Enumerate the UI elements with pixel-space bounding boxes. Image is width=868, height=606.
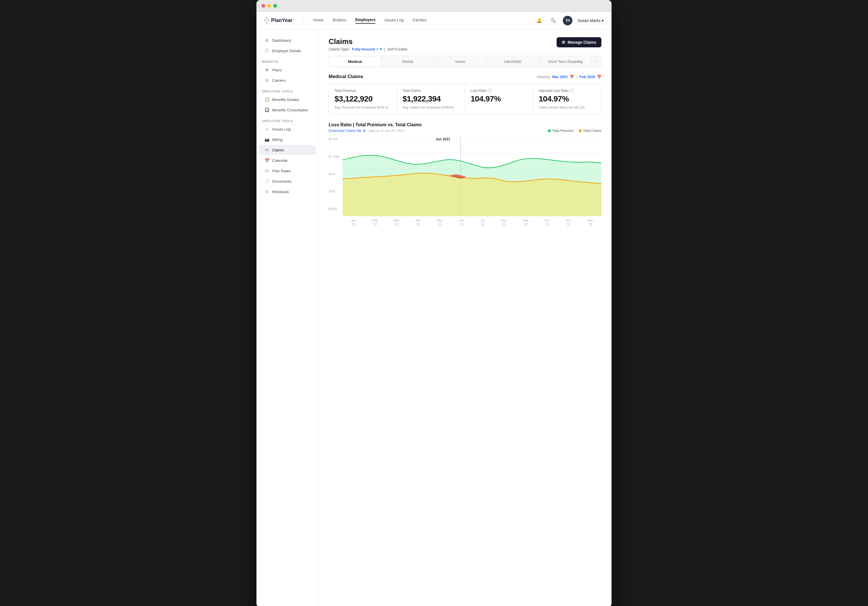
x-label-jan-line1: Jan — [351, 219, 356, 222]
nav-home[interactable]: Home — [313, 18, 324, 23]
stat-adjusted-loss-ratio-sub: Claims Above Stop-Loss $5,231 — [539, 106, 596, 109]
sidebar-item-carriers[interactable]: ⊟ Carriers — [259, 75, 316, 85]
stat-total-claims-label: Total Claims — [403, 89, 459, 93]
x-label-jul-line1: Jul — [480, 219, 484, 222]
stats-grid: Total Premium $3,122,920 Avg. Premium Pe… — [329, 84, 601, 115]
stat-label-text: Total Claims — [403, 89, 421, 93]
stat-total-claims-sub: Avg. Claims Per Employee $788.89 — [403, 106, 459, 109]
section-header-row: Medical Claims Viewing: Mar 2021 📅 – Feb… — [329, 74, 601, 79]
sidebar-item-dashboard[interactable]: ⊞ Dashboard — [259, 35, 316, 45]
chart-legend: Total Premium Total Claims — [548, 129, 601, 133]
x-label-nov: Nov '22 — [566, 219, 572, 226]
claims-type-selected[interactable]: Fully-Insured ✓ ▾ — [352, 47, 382, 51]
tab-dental[interactable]: Dental — [381, 57, 434, 67]
stat-label-text: Total Premium — [335, 89, 356, 93]
tab-short-term-disability[interactable]: Short Term Disability — [539, 57, 592, 67]
nav-issues-log[interactable]: Issues Log — [384, 18, 403, 23]
x-label-feb-line1: Feb — [372, 219, 378, 222]
claims-type-other: Self-Funded — [387, 47, 407, 51]
logo-text: PlanYear — [271, 17, 293, 23]
manage-claims-button[interactable]: ⚙ Manage Claims — [556, 37, 601, 47]
loss-ratio-info-icon[interactable]: ? — [488, 89, 492, 93]
sidebar-item-claims[interactable]: ✉ Claims — [259, 145, 316, 155]
x-label-oct: Oct '22 — [544, 219, 549, 226]
x-label-mar: Mar '22 — [394, 219, 399, 226]
sidebar-item-issues-log[interactable]: ⚠ Issues Log — [259, 124, 316, 134]
legend-total-premium: Total Premium — [548, 129, 574, 133]
tab-medical[interactable]: Medical — [329, 57, 381, 67]
checkmark-icon: ✓ — [376, 47, 379, 51]
file-icon: 📄 — [264, 179, 270, 184]
sidebar-item-plans[interactable]: ✚ Plans — [259, 65, 316, 75]
calendar-end-icon: 📅 — [597, 75, 601, 79]
tooltip-label: Jun 2021 — [436, 137, 450, 141]
nav-brokers[interactable]: Brokers — [333, 18, 346, 23]
x-label-nov-line1: Nov — [566, 219, 572, 222]
x-label-feb-line2: '22 — [372, 222, 378, 226]
app-window: ⁛ PlanYear Home Brokers Employers Issues… — [256, 0, 612, 606]
x-label-aug-line1: Aug — [501, 219, 507, 222]
x-label-apr-line2: '22 — [416, 222, 420, 226]
x-label-jun-line2: '22 — [459, 222, 464, 226]
nav-carriers[interactable]: Carriers — [412, 18, 427, 23]
sidebar-label-renewals: Renewals — [272, 190, 289, 194]
stat-adjusted-loss-ratio: Adjusted Loss Ratio ? 104.97% Claims Abo… — [533, 84, 601, 114]
logo: ⁛ PlanYear — [264, 17, 293, 24]
nav-employers[interactable]: Employers — [355, 17, 376, 24]
logo-icon: ⁛ — [264, 17, 269, 24]
tab-life-add[interactable]: Life/AD&D — [487, 57, 539, 67]
tab-scroll-right[interactable]: › — [592, 56, 601, 67]
y-label-750k: 750k — [329, 190, 339, 193]
sidebar-item-benefits-consultation[interactable]: 🎧 Benefits Consultation — [259, 105, 316, 115]
gear-icon: ⚙ — [562, 40, 565, 45]
stat-label-text: Loss Ratio — [471, 89, 487, 93]
sidebar-item-calendar[interactable]: 📅 Calendar — [259, 155, 316, 166]
sidebar-item-renewals[interactable]: ↻ Renewals — [259, 187, 316, 197]
tab-vision-label: Vision — [455, 59, 465, 64]
chart-section: Loss Ratio | Total Premium vs. Total Cla… — [329, 122, 601, 226]
stat-total-premium-sub: Avg. Premium Per Employee $751.51 — [335, 106, 391, 109]
user-menu[interactable]: Susan Marks ▾ — [577, 18, 604, 23]
book-icon: 📋 — [264, 97, 270, 102]
chart-svg-element — [343, 137, 601, 216]
x-label-nov-line2: '22 — [566, 222, 572, 226]
notifications-icon[interactable]: 🔔 — [535, 16, 544, 25]
close-btn[interactable] — [262, 4, 265, 8]
claims-type-separator: | — [384, 47, 385, 51]
tag-icon: 🏷 — [264, 168, 270, 174]
sidebar-item-employer-details[interactable]: ⓘ Employer Details — [259, 46, 316, 56]
claims-type-row: Claims Type: Fully-Insured ✓ ▾ | Self-Fu… — [329, 47, 407, 51]
x-label-jul: Jul '22 — [480, 219, 484, 226]
chevron-down-icon: ▾ — [380, 47, 382, 51]
stat-total-premium-value: $3,122,920 — [335, 95, 391, 104]
sidebar-label-documents: Documents — [272, 179, 291, 183]
sidebar-item-plan-rates[interactable]: 🏷 Plan Rates — [259, 166, 316, 176]
chart-svg: Jun 2021 — [343, 137, 601, 217]
viewing-end[interactable]: Feb 2022 — [580, 75, 595, 79]
search-icon[interactable]: 🔍 — [549, 16, 558, 25]
stat-adjusted-loss-ratio-value: 104.97% — [539, 95, 596, 104]
x-label-mar-line1: Mar — [394, 219, 399, 222]
x-label-jul-line2: '22 — [480, 222, 484, 226]
viewing-start[interactable]: Mar 2021 — [552, 75, 568, 79]
range-dash: – — [576, 75, 578, 79]
minimize-btn[interactable] — [267, 4, 271, 8]
download-link[interactable]: Download Claims file ⬇ — [329, 129, 366, 133]
tab-vision[interactable]: Vision — [434, 57, 487, 67]
tab-medical-label: Medical — [348, 59, 362, 64]
x-label-jan: Jan '22 — [351, 219, 356, 226]
refresh-icon: ↻ — [264, 189, 270, 194]
sidebar-item-billing[interactable]: 📷 Billing — [259, 135, 316, 144]
sidebar-item-benefits-guides[interactable]: 📋 Benefits Guides — [259, 95, 316, 105]
sidebar-label-claims: Claims — [272, 148, 284, 152]
data-as-of: data as of Jan 25, 2022 — [369, 129, 404, 133]
x-label-may-line1: May — [437, 219, 443, 222]
sidebar-item-documents[interactable]: 📄 Documents — [259, 176, 316, 186]
tab-life-add-label: Life/AD&D — [504, 59, 522, 64]
maximize-btn[interactable] — [273, 4, 277, 8]
adjusted-loss-ratio-info-icon[interactable]: ? — [570, 89, 574, 93]
y-label-500k: $500k — [329, 207, 339, 211]
section-label-employee-tools: EMPLOYEE TOOLS — [256, 86, 318, 94]
chevron-down-icon: ▾ — [602, 18, 604, 23]
nav-links: Home Brokers Employers Issues Log Carrie… — [313, 17, 535, 24]
